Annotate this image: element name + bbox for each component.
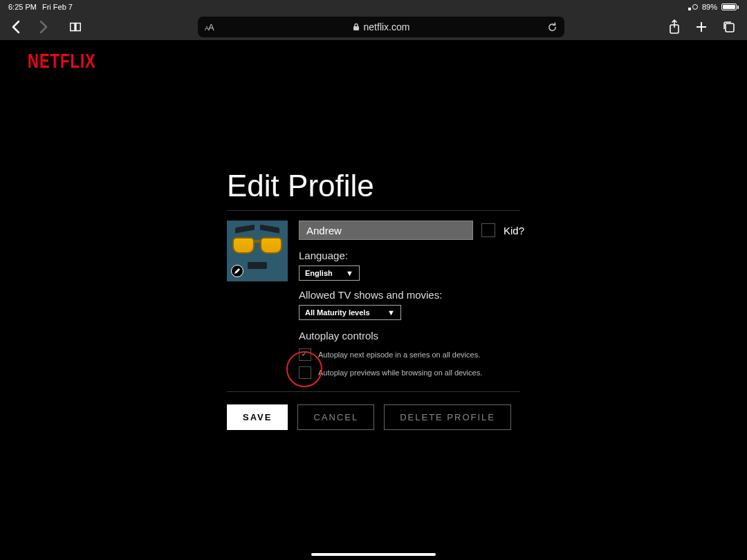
- autoplay-next-label: Autoplay next episode in a series on all…: [318, 351, 480, 359]
- maturity-select[interactable]: All Maturity levels ▼: [299, 305, 401, 320]
- safari-toolbar: AA netflix.com: [0, 14, 747, 40]
- profile-name-input[interactable]: [299, 221, 473, 240]
- language-label: Language:: [299, 250, 524, 261]
- allowed-label: Allowed TV shows and movies:: [299, 289, 524, 301]
- divider: [227, 210, 520, 211]
- kid-checkbox[interactable]: [481, 223, 495, 237]
- url-text: netflix.com: [364, 21, 410, 32]
- save-button[interactable]: SAVE: [227, 404, 288, 430]
- text-size-button[interactable]: AA: [205, 22, 214, 32]
- svg-rect-0: [688, 8, 691, 10]
- chevron-down-icon: ▼: [387, 308, 395, 317]
- autoplay-title: Autoplay controls: [299, 330, 524, 342]
- back-button[interactable]: [7, 18, 25, 36]
- autoplay-previews-checkbox[interactable]: [299, 366, 311, 379]
- status-date: Fri Feb 7: [42, 3, 73, 11]
- share-button[interactable]: [668, 19, 681, 35]
- cancel-button[interactable]: CANCEL: [297, 404, 374, 430]
- netflix-logo[interactable]: NETFLIX: [28, 50, 96, 73]
- forward-button[interactable]: [35, 18, 53, 36]
- address-bar[interactable]: AA netflix.com: [198, 17, 564, 37]
- language-select[interactable]: English ▼: [299, 265, 360, 281]
- pencil-icon[interactable]: [231, 265, 243, 277]
- tabs-button[interactable]: [722, 20, 736, 34]
- autoplay-next-checkbox[interactable]: [299, 348, 311, 361]
- ios-status-bar: 6:25 PM Fri Feb 7 89%: [0, 0, 747, 14]
- netflix-page: NETFLIX Edit Profile Kid? Languag: [0, 40, 747, 560]
- maturity-value: All Maturity levels: [305, 308, 370, 317]
- autoplay-previews-label: Autoplay previews while browsing on all …: [318, 368, 482, 377]
- battery-percent: 89%: [702, 3, 717, 11]
- svg-rect-3: [353, 26, 359, 30]
- svg-point-1: [692, 5, 697, 10]
- status-time: 6:25 PM: [8, 3, 37, 11]
- new-tab-button[interactable]: [694, 20, 708, 34]
- page-title: Edit Profile: [227, 169, 520, 203]
- kid-label: Kid?: [504, 225, 524, 236]
- avatar[interactable]: [227, 221, 288, 281]
- delete-profile-button[interactable]: DELETE PROFILE: [384, 404, 511, 430]
- home-indicator[interactable]: [311, 553, 436, 556]
- svg-rect-8: [726, 24, 734, 32]
- bookmarks-button[interactable]: [66, 18, 84, 36]
- lock-icon: [353, 23, 360, 31]
- battery-icon: [721, 3, 739, 10]
- language-value: English: [305, 269, 333, 277]
- reload-button[interactable]: [547, 22, 557, 32]
- divider: [227, 391, 520, 392]
- privacy-icon: [688, 3, 698, 10]
- chevron-down-icon: ▼: [346, 269, 353, 277]
